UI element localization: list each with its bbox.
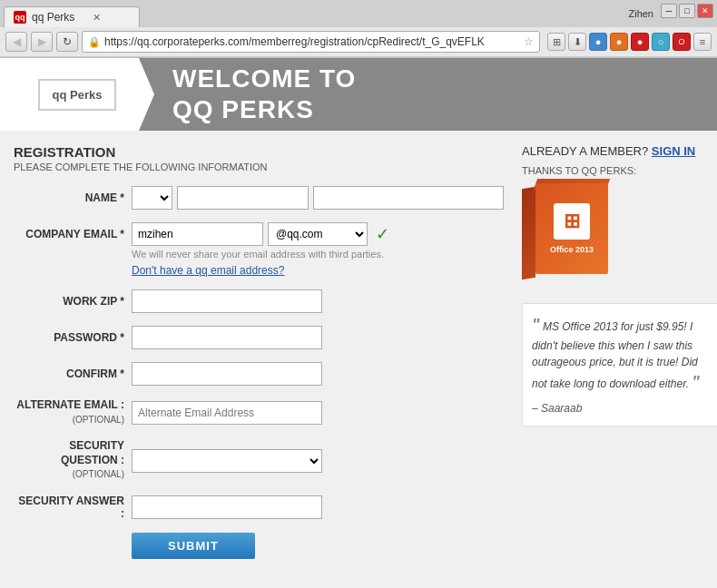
name-prefix-select[interactable]: Mr. Ms. Mrs. Dr. bbox=[132, 186, 172, 210]
alternate-optional-text: (OPTIONAL) bbox=[73, 415, 124, 425]
security-question-controls: What is your mother's maiden name? What … bbox=[132, 449, 504, 473]
nav-toolbar: ⊞ ⬇ ● ● ● ○ O ≡ bbox=[547, 33, 712, 51]
back-button[interactable]: ◀ bbox=[5, 32, 27, 52]
opera-icon[interactable]: O bbox=[673, 33, 691, 51]
maximize-button[interactable]: □ bbox=[679, 4, 695, 18]
office-logo: ⊞ bbox=[554, 203, 590, 240]
security-answer-label: SECURITY ANSWER : bbox=[14, 495, 132, 520]
company-email-row: COMPANY EMAIL * @qq.com ✓ We will never … bbox=[14, 222, 504, 277]
testimonial-box: " MS Office 2013 for just $9.95! I didn'… bbox=[522, 303, 717, 426]
last-name-input[interactable] bbox=[313, 186, 504, 210]
email-verified-icon: ✓ bbox=[376, 224, 389, 244]
logo-text: qq Perks bbox=[53, 88, 103, 102]
testimonial-text: MS Office 2013 for just $9.95! I didn't … bbox=[532, 320, 698, 390]
sidebar: ALREADY A MEMBER? SIGN IN THANKS TO QQ P… bbox=[522, 144, 717, 577]
main-area: REGISTRATION PLEASE COMPLETE THE FOLLOWI… bbox=[0, 131, 717, 588]
security-question-row: SECURITY QUESTION : (OPTIONAL) What is y… bbox=[14, 439, 504, 482]
alternate-email-input[interactable] bbox=[132, 401, 322, 425]
submit-button[interactable]: SUBMIT bbox=[132, 533, 255, 559]
first-name-input[interactable] bbox=[177, 186, 309, 210]
already-member-section: ALREADY A MEMBER? SIGN IN bbox=[522, 144, 717, 158]
logo-box: qq Perks bbox=[38, 79, 117, 111]
name-controls: Mr. Ms. Mrs. Dr. bbox=[132, 186, 504, 210]
page-content: qq Perks WELCOME TO QQ PERKS REGISTRATIO… bbox=[0, 58, 717, 588]
url-text: https://qq.corporateperks.com/memberreg/… bbox=[104, 35, 520, 48]
security-question-select[interactable]: What is your mother's maiden name? What … bbox=[132, 449, 322, 473]
office-label: Office 2013 bbox=[550, 245, 594, 254]
open-quote: " bbox=[532, 316, 540, 334]
confirm-label: CONFIRM * bbox=[14, 368, 132, 380]
office-box-side bbox=[522, 187, 535, 280]
work-zip-controls bbox=[132, 289, 504, 313]
registration-form: REGISTRATION PLEASE COMPLETE THE FOLLOWI… bbox=[14, 144, 504, 577]
email-disclaimer: We will never share your email address w… bbox=[132, 249, 384, 260]
minimize-button[interactable]: ─ bbox=[661, 4, 677, 18]
menu-button[interactable]: ≡ bbox=[693, 33, 712, 51]
chrome-icon[interactable]: ● bbox=[589, 33, 607, 51]
star-icon[interactable]: ☆ bbox=[524, 35, 534, 48]
close-button[interactable]: ✕ bbox=[697, 4, 713, 18]
confirm-password-input[interactable] bbox=[132, 362, 322, 386]
close-quote: " bbox=[692, 373, 700, 391]
registration-title: REGISTRATION bbox=[14, 144, 504, 160]
email-prefix-input[interactable] bbox=[132, 222, 263, 246]
work-zip-row: WORK ZIP * bbox=[14, 289, 504, 313]
product-image: ⊞ Office 2013 bbox=[522, 183, 631, 292]
refresh-button[interactable]: ↻ bbox=[56, 32, 78, 52]
thanks-text: THANKS TO QQ PERKS: bbox=[522, 165, 717, 176]
nav-bar: ◀ ▶ ↻ 🔒 https://qq.corporateperks.com/me… bbox=[0, 27, 717, 57]
email-controls: @qq.com ✓ bbox=[132, 222, 389, 246]
email-input-row: COMPANY EMAIL * @qq.com ✓ bbox=[14, 222, 389, 246]
tab-close-button[interactable]: ✕ bbox=[93, 12, 101, 24]
work-zip-input[interactable] bbox=[132, 289, 322, 313]
security-optional-text: (OPTIONAL) bbox=[73, 469, 124, 479]
company-email-label: COMPANY EMAIL * bbox=[14, 228, 132, 240]
orange-icon[interactable]: ● bbox=[610, 33, 628, 51]
password-input[interactable] bbox=[132, 326, 322, 349]
site-title: WELCOME TO QQ PERKS bbox=[154, 58, 717, 131]
page-header: qq Perks WELCOME TO QQ PERKS bbox=[0, 58, 717, 131]
security-answer-input[interactable] bbox=[132, 495, 322, 519]
name-label: NAME * bbox=[14, 191, 132, 204]
security-answer-row: SECURITY ANSWER : bbox=[14, 495, 504, 520]
registration-subtitle: PLEASE COMPLETE THE FOLLOWING INFORMATIO… bbox=[14, 162, 504, 172]
work-zip-label: WORK ZIP * bbox=[14, 295, 132, 308]
red-icon[interactable]: ● bbox=[631, 33, 649, 51]
password-label: PASSWORD * bbox=[14, 331, 132, 344]
bookmark-icon[interactable]: ⊞ bbox=[547, 33, 565, 51]
submit-area: SUBMIT bbox=[14, 533, 504, 559]
alternate-email-controls bbox=[132, 401, 504, 425]
already-member-text: ALREADY A MEMBER? bbox=[522, 144, 648, 158]
testimonial-author: – Saaraab bbox=[532, 400, 712, 416]
download-icon[interactable]: ⬇ bbox=[568, 33, 586, 51]
sign-in-link[interactable]: SIGN IN bbox=[652, 144, 695, 158]
password-row: PASSWORD * bbox=[14, 326, 504, 349]
turbo-icon[interactable]: ○ bbox=[652, 33, 670, 51]
office-box-main: ⊞ Office 2013 bbox=[535, 183, 608, 274]
browser-chrome: qq qq Perks ✕ Zihen ─ □ ✕ ◀ ▶ ↻ 🔒 https:… bbox=[0, 0, 717, 58]
confirm-controls bbox=[132, 362, 504, 386]
tab-favicon: qq bbox=[14, 11, 26, 24]
user-label: Zihen bbox=[628, 4, 653, 24]
name-row: NAME * Mr. Ms. Mrs. Dr. bbox=[14, 186, 504, 210]
password-controls bbox=[132, 326, 504, 349]
logo-area: qq Perks bbox=[0, 58, 154, 131]
security-question-label: SECURITY QUESTION : (OPTIONAL) bbox=[14, 439, 132, 482]
email-domain-select[interactable]: @qq.com bbox=[268, 222, 368, 246]
address-bar[interactable]: 🔒 https://qq.corporateperks.com/memberre… bbox=[82, 31, 540, 53]
alternate-email-row: ALTERNATE EMAIL : (OPTIONAL) bbox=[14, 398, 504, 426]
browser-tab[interactable]: qq qq Perks ✕ bbox=[4, 6, 140, 27]
tab-title: qq Perks bbox=[32, 11, 74, 24]
office-icon: ⊞ bbox=[564, 210, 580, 233]
office-box: ⊞ Office 2013 bbox=[522, 183, 613, 283]
welcome-heading: WELCOME TO QQ PERKS bbox=[172, 64, 356, 124]
lock-icon: 🔒 bbox=[88, 36, 101, 48]
alternate-email-label: ALTERNATE EMAIL : (OPTIONAL) bbox=[14, 398, 132, 426]
forward-button[interactable]: ▶ bbox=[31, 32, 53, 52]
confirm-row: CONFIRM * bbox=[14, 362, 504, 386]
no-qq-email-link[interactable]: Don't have a qq email address? bbox=[132, 264, 284, 277]
security-answer-controls bbox=[132, 495, 504, 519]
